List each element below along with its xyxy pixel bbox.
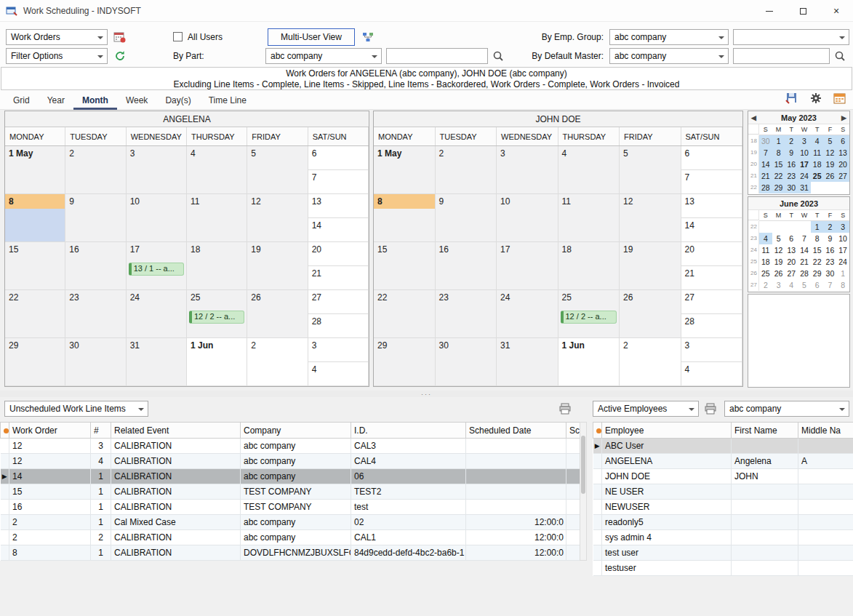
table-row[interactable]: testuser bbox=[593, 561, 853, 576]
day-cell[interactable]: 2 bbox=[436, 146, 497, 194]
mini-day[interactable]: 22 bbox=[811, 256, 824, 268]
mini-day[interactable] bbox=[785, 221, 798, 233]
table-row[interactable]: NEWUSER bbox=[593, 500, 853, 515]
column-header[interactable]: First Name bbox=[732, 423, 798, 439]
day-cell[interactable]: 26 bbox=[247, 290, 308, 338]
day-cell[interactable]: 3 bbox=[497, 146, 558, 194]
table-cell[interactable]: TEST COMPANY bbox=[241, 484, 351, 500]
mini-day[interactable]: 11 bbox=[759, 244, 772, 256]
day-cell[interactable]: 1713 / 1 -- a... bbox=[127, 242, 187, 290]
table-cell[interactable] bbox=[466, 500, 566, 515]
table-cell[interactable]: ANGELENA bbox=[602, 454, 732, 469]
day-cell[interactable]: 3 bbox=[308, 338, 369, 362]
mini-day[interactable]: 1 bbox=[811, 221, 824, 233]
column-header[interactable]: # bbox=[91, 423, 111, 439]
table-row[interactable]: 124CALIBRATIONabc companyCAL4 bbox=[1, 454, 580, 469]
multi-user-chart-icon[interactable] bbox=[359, 29, 377, 45]
day-cell[interactable]: 8 bbox=[5, 194, 65, 242]
table-cell[interactable]: ABC User bbox=[602, 439, 732, 454]
day-cell[interactable]: 1 Jun bbox=[187, 338, 247, 386]
tab-month[interactable]: Month bbox=[73, 93, 117, 110]
mini-day[interactable]: 29 bbox=[772, 182, 785, 193]
table-row[interactable]: 81CALIBRATIONDOVDLFHCNMZJBUXSLFCGNL84d9c… bbox=[1, 545, 580, 561]
mini-day[interactable]: 15 bbox=[772, 159, 785, 170]
table-cell[interactable] bbox=[566, 469, 580, 484]
day-cell[interactable]: 2 bbox=[620, 338, 681, 386]
mini-day[interactable] bbox=[811, 182, 824, 193]
table-cell[interactable] bbox=[798, 439, 853, 454]
mini-day[interactable]: 22 bbox=[772, 170, 785, 182]
calendar-settings-icon[interactable] bbox=[833, 92, 846, 104]
mini-day[interactable]: 4 bbox=[785, 279, 798, 291]
day-cell[interactable]: 23 bbox=[436, 290, 497, 338]
table-row[interactable]: test user bbox=[593, 545, 853, 561]
table-cell[interactable]: NEWUSER bbox=[602, 500, 732, 515]
table-cell[interactable] bbox=[566, 515, 580, 530]
table-cell[interactable]: 06 bbox=[351, 469, 466, 484]
tab-time-line[interactable]: Time Line bbox=[200, 93, 255, 110]
table-cell[interactable] bbox=[798, 545, 853, 561]
day-cell[interactable]: 14 bbox=[681, 218, 743, 242]
table-cell[interactable]: 2 bbox=[91, 530, 111, 545]
mini-day[interactable]: 17 bbox=[798, 159, 811, 170]
search-icon[interactable] bbox=[832, 48, 848, 64]
day-cell[interactable]: 12 bbox=[247, 194, 308, 242]
day-cell[interactable]: 31 bbox=[497, 338, 558, 386]
day-cell[interactable]: 1 May bbox=[5, 146, 65, 194]
table-cell[interactable]: CAL4 bbox=[351, 454, 466, 469]
mini-day[interactable]: 19 bbox=[824, 159, 837, 170]
day-cell[interactable]: 24 bbox=[497, 290, 558, 338]
mini-day[interactable]: 18 bbox=[759, 256, 772, 268]
mini-day[interactable]: 9 bbox=[824, 233, 837, 244]
table-cell[interactable]: DOVDLFHCNMZJBUXSLFCGNL bbox=[241, 545, 351, 561]
day-cell[interactable]: 20 bbox=[681, 242, 743, 266]
mini-day[interactable]: 26 bbox=[772, 268, 785, 279]
table-cell[interactable]: CALIBRATION bbox=[111, 484, 241, 500]
mini-day[interactable]: 21 bbox=[759, 170, 772, 182]
mini-day[interactable]: 3 bbox=[772, 279, 785, 291]
event-pill[interactable]: 12 / 2 -- a... bbox=[189, 311, 244, 324]
mini-day[interactable]: 23 bbox=[785, 170, 798, 182]
mini-day[interactable]: 5 bbox=[772, 233, 785, 244]
day-cell[interactable]: 11 bbox=[187, 194, 247, 242]
mini-day[interactable]: 5 bbox=[824, 135, 837, 147]
day-cell[interactable]: 29 bbox=[5, 338, 65, 386]
table-row[interactable]: 22CALIBRATIONabc companyCAL112:00:0 bbox=[1, 530, 580, 545]
table-cell[interactable]: CAL3 bbox=[351, 439, 466, 454]
mini-day[interactable]: 25 bbox=[811, 170, 824, 182]
mini-day[interactable]: 27 bbox=[836, 170, 849, 182]
day-cell[interactable]: 19 bbox=[247, 242, 308, 290]
day-cell[interactable]: 10 bbox=[497, 194, 558, 242]
day-cell[interactable]: 22 bbox=[374, 290, 436, 338]
table-cell[interactable]: 1 bbox=[91, 469, 111, 484]
table-cell[interactable]: CALIBRATION bbox=[111, 545, 241, 561]
day-cell[interactable]: 16 bbox=[65, 242, 126, 290]
mini-day[interactable]: 6 bbox=[811, 279, 824, 291]
tab-week[interactable]: Week bbox=[117, 93, 156, 110]
mini-day[interactable]: 26 bbox=[824, 170, 837, 182]
emp-group-dropdown[interactable]: abc company bbox=[609, 29, 729, 45]
day-cell[interactable]: 14 bbox=[308, 218, 369, 242]
table-cell[interactable]: JOHN bbox=[732, 469, 798, 484]
mini-day[interactable]: 2 bbox=[785, 135, 798, 147]
table-cell[interactable]: 2 bbox=[9, 515, 91, 530]
table-cell[interactable]: CAL1 bbox=[351, 530, 466, 545]
table-cell[interactable] bbox=[798, 515, 853, 530]
day-cell[interactable]: 24 bbox=[127, 290, 187, 338]
mini-day[interactable]: 28 bbox=[798, 268, 811, 279]
day-cell[interactable]: 5 bbox=[620, 146, 681, 194]
day-cell[interactable]: 4 bbox=[187, 146, 247, 194]
table-cell[interactable]: JOHN DOE bbox=[602, 469, 732, 484]
mini-day[interactable]: 30 bbox=[824, 268, 837, 279]
line-items-view-dropdown[interactable]: Unscheduled Work Line Items bbox=[4, 401, 148, 417]
mini-day[interactable]: 1 bbox=[836, 268, 849, 279]
table-cell[interactable] bbox=[566, 500, 580, 515]
table-row[interactable]: ▶ABC User bbox=[593, 439, 853, 454]
mini-day[interactable]: 24 bbox=[798, 170, 811, 182]
tab-grid[interactable]: Grid bbox=[4, 93, 39, 110]
mini-day[interactable]: 20 bbox=[785, 256, 798, 268]
mini-day[interactable]: 16 bbox=[824, 244, 837, 256]
filter-options-dropdown[interactable]: Filter Options bbox=[6, 48, 108, 64]
day-cell[interactable]: 10 bbox=[127, 194, 187, 242]
day-cell[interactable]: 8 bbox=[374, 194, 436, 242]
